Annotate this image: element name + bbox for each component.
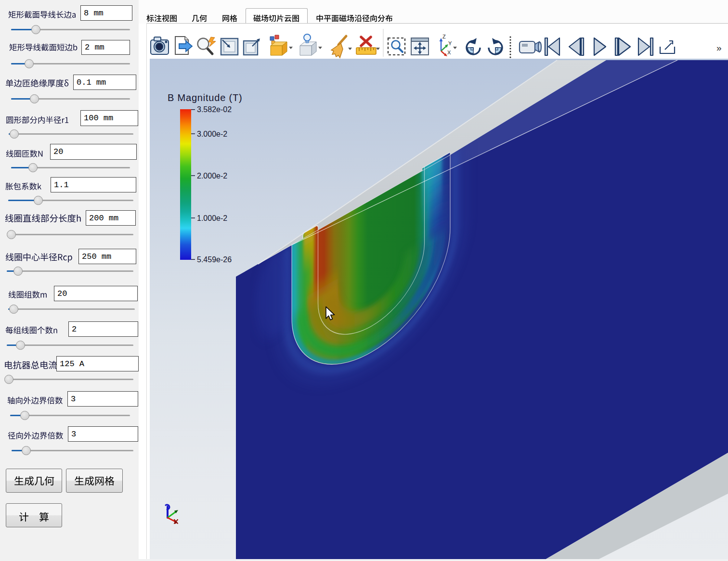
svg-text:3.582e-02: 3.582e-02 [197, 105, 232, 114]
svg-text:Z: Z [442, 34, 446, 39]
svg-text:5.459e-26: 5.459e-26 [197, 255, 232, 264]
svg-text:1.000e-2: 1.000e-2 [197, 214, 227, 222]
svg-text:2.000e-2: 2.000e-2 [197, 172, 227, 180]
svg-text:X: X [447, 50, 451, 55]
svg-text:3.000e-2: 3.000e-2 [197, 130, 227, 138]
svg-text:Y: Y [448, 40, 452, 46]
svg-text:»: » [716, 43, 722, 53]
svg-text:B Magnitude (T): B Magnitude (T) [168, 92, 242, 103]
